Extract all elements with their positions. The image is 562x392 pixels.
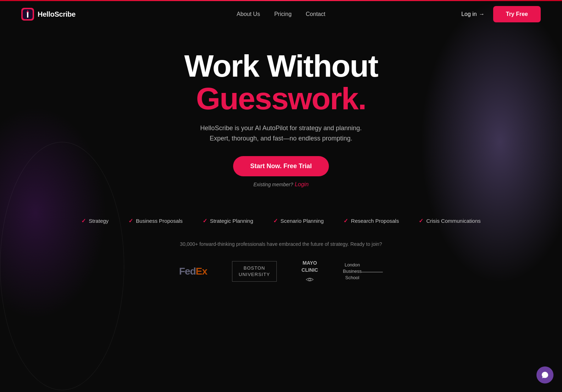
existing-member-text: Existing member? [253,182,293,187]
hero-title-line2: Guesswork. [7,82,555,115]
tag-label: Crisis Communications [426,218,480,224]
tag-business-proposals: ✓ Business Proposals [119,217,193,224]
logo-text: HelloScribe [38,10,76,18]
logos-section: 30,000+ forward-thinking professionals h… [0,241,562,283]
tag-crisis-communications: ✓ Crisis Communications [409,217,490,224]
tag-label: Strategic Planning [210,218,253,224]
check-icon: ✓ [203,217,207,224]
fedex-ex: Ex [196,266,207,277]
fedex-logo: FedEx [179,266,207,277]
hero-section: Work Without Guesswork. HelloScribe is y… [0,28,562,202]
tag-research-proposals: ✓ Research Proposals [334,217,409,224]
login-link[interactable]: Login [295,181,309,187]
tag-strategy: ✓ Strategy [71,217,119,224]
svg-rect-3 [27,12,28,18]
check-icon: ✓ [81,217,86,224]
nav-about[interactable]: About Us [237,11,260,17]
hero-title-line1: Work Without [7,50,555,82]
lbs-text: LondonBusinessSchool [343,262,362,281]
nav-right: Log in → Try Free [461,6,541,22]
logos-tagline: 30,000+ forward-thinking professionals h… [0,241,562,247]
tag-scenario-planning: ✓ Scenario Planning [263,217,334,224]
chat-bubble[interactable] [536,366,553,383]
logo[interactable]: HelloScribe [21,8,76,21]
hero-subtitle: HelloScribe is your AI AutoPilot for str… [189,123,373,144]
mayo-clinic-logo: MAYOCLINIC [302,260,318,283]
nav-pricing[interactable]: Pricing [274,11,292,17]
tags-bar: ✓ Strategy ✓ Business Proposals ✓ Strate… [0,217,562,224]
mayo-text: MAYOCLINIC [302,260,318,274]
logos-row: FedEx BOSTONUNIVERSITY MAYOCLINIC London… [0,260,562,283]
cta-area: Start Now. Free Trial Existing member? L… [7,156,555,188]
start-now-button[interactable]: Start Now. Free Trial [233,156,329,176]
boston-university-logo: BOSTONUNIVERSITY [232,261,277,282]
tag-label: Scenario Planning [281,218,324,224]
london-business-school-logo: LondonBusinessSchool [343,262,383,281]
boston-text: BOSTONUNIVERSITY [239,265,270,278]
fedex-fe: Fed [179,266,196,277]
tag-label: Business Proposals [136,218,183,224]
existing-member-line: Existing member? Login [253,181,309,188]
tag-label: Strategy [89,218,109,224]
try-free-button[interactable]: Try Free [493,6,541,22]
tag-label: Research Proposals [351,218,399,224]
check-icon: ✓ [128,217,133,224]
check-icon: ✓ [343,217,348,224]
login-button[interactable]: Log in → [461,11,485,17]
mayo-icon [304,276,315,283]
chat-icon [541,371,549,379]
nav-links: About Us Pricing Contact [237,11,325,17]
svg-point-4 [309,278,311,281]
arrow-icon: → [479,11,485,17]
nav-contact[interactable]: Contact [306,11,325,17]
check-icon: ✓ [273,217,278,224]
logo-icon [21,8,34,21]
login-label: Log in [461,11,477,17]
navbar: HelloScribe About Us Pricing Contact Log… [0,0,562,28]
check-icon: ✓ [419,217,423,224]
tag-strategic-planning: ✓ Strategic Planning [193,217,263,224]
